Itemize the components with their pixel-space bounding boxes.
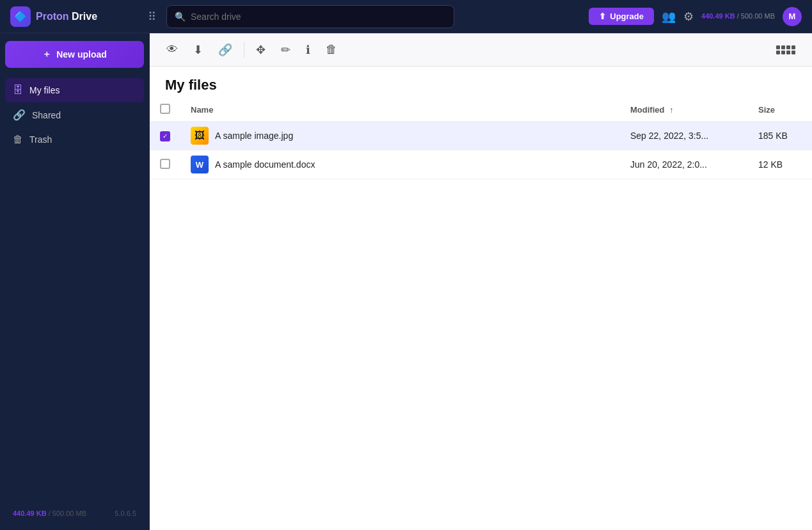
file-icon-doc: W	[191, 156, 209, 173]
grid-dots-icon	[776, 45, 795, 54]
toolbar-separator-1	[244, 42, 244, 58]
file-list-title: My files	[150, 67, 812, 99]
table-row[interactable]: W A sample document.docx Jun 20, 2022, 2…	[150, 150, 812, 179]
col-modified-label: Modified	[630, 105, 664, 115]
sidebar-item-label-shared: Shared	[32, 110, 61, 120]
toolbar: 👁 ⬇ 🔗 ✥ ✏ ℹ 🗑	[150, 33, 812, 67]
download-button[interactable]: ⬇	[187, 38, 209, 62]
col-header-name[interactable]: Name	[180, 99, 620, 122]
file-name-wrapper: 🖼 A sample image.jpg	[191, 127, 610, 145]
search-bar[interactable]: 🔍	[166, 5, 454, 28]
grid-view-button[interactable]	[770, 40, 802, 60]
sidebar-footer: 440.49 KB / 500.00 MB 5.0.6.5	[5, 504, 144, 522]
row-2-size-cell: 12 KB	[748, 150, 812, 179]
file-name-2: A sample document.docx	[215, 159, 315, 170]
rename-button[interactable]: ✏	[275, 38, 297, 62]
logo-proton: Proton	[36, 11, 69, 22]
upgrade-button[interactable]: ⬆ Upgrade	[589, 8, 654, 25]
contacts-icon[interactable]: 👥	[662, 10, 676, 24]
row-2-checkbox[interactable]	[160, 159, 170, 169]
search-input[interactable]	[191, 12, 446, 22]
row-1-size-cell: 185 KB	[748, 122, 812, 150]
content-area: 👁 ⬇ 🔗 ✥ ✏ ℹ 🗑 My	[150, 33, 812, 530]
row-2-check-cell	[150, 150, 180, 179]
file-list: My files Name Modified ↑	[150, 67, 812, 530]
sidebar-item-label-trash: Trash	[29, 134, 52, 145]
storage-total: 500.00 MB	[741, 12, 775, 20]
delete-button[interactable]: 🗑	[319, 38, 344, 61]
sidebar: ＋ New upload 🗄 My files 🔗 Shared 🗑 Trash…	[0, 33, 150, 530]
row-2-modified-cell: Jun 20, 2022, 2:0...	[620, 150, 748, 179]
sort-arrow-icon: ↑	[669, 105, 674, 115]
table-row[interactable]: ✓ 🖼 A sample image.jpg Sep 22, 2022, 3:5…	[150, 122, 812, 150]
footer-version: 5.0.6.5	[115, 510, 136, 517]
move-button[interactable]: ✥	[250, 38, 272, 62]
row-2-name-cell: W A sample document.docx	[180, 150, 620, 179]
toolbar-right	[770, 40, 802, 60]
info-button[interactable]: ℹ	[299, 38, 317, 62]
storage-info: 440.49 KB / 500.00 MB	[701, 12, 775, 21]
header-right: ⬆ Upgrade 👥 ⚙ 440.49 KB / 500.00 MB M	[589, 7, 802, 26]
page-title: My files	[165, 77, 217, 93]
upgrade-icon: ⬆	[599, 12, 606, 21]
shared-icon: 🔗	[13, 109, 26, 121]
app-header: 🔷 Proton Drive ⠿ 🔍 ⬆ Upgrade 👥 ⚙ 440.49 …	[0, 0, 812, 33]
new-upload-label: New upload	[56, 49, 107, 60]
file-modified-2: Jun 20, 2022, 2:0...	[630, 159, 707, 170]
logo-icon: 🔷	[10, 6, 31, 27]
link-button[interactable]: 🔗	[212, 38, 239, 62]
file-size-2: 12 KB	[758, 159, 783, 170]
file-size-1: 185 KB	[758, 131, 788, 141]
row-1-name-cell: 🖼 A sample image.jpg	[180, 122, 620, 150]
file-name-1: A sample image.jpg	[215, 131, 293, 141]
col-header-modified[interactable]: Modified ↑	[620, 99, 748, 122]
logo-area: 🔷 Proton Drive ⠿	[10, 6, 156, 27]
row-1-check-cell: ✓	[150, 122, 180, 150]
table-body: ✓ 🖼 A sample image.jpg Sep 22, 2022, 3:5…	[150, 122, 812, 179]
files-table: Name Modified ↑ Size	[150, 99, 812, 179]
col-header-size[interactable]: Size	[748, 99, 812, 122]
search-icon: 🔍	[175, 12, 186, 22]
footer-storage-used: 440.49 KB	[13, 510, 47, 517]
row-1-checkbox[interactable]: ✓	[160, 131, 170, 141]
col-name-label: Name	[191, 105, 213, 115]
main-layout: ＋ New upload 🗄 My files 🔗 Shared 🗑 Trash…	[0, 33, 812, 530]
settings-icon[interactable]: ⚙	[683, 10, 694, 24]
new-upload-button[interactable]: ＋ New upload	[5, 41, 144, 68]
apps-grid-icon[interactable]: ⠿	[148, 10, 156, 24]
select-all-checkbox[interactable]	[160, 104, 170, 114]
row-1-modified-cell: Sep 22, 2022, 3:5...	[620, 122, 748, 150]
file-icon-image: 🖼	[191, 127, 209, 145]
sidebar-item-label-my-files: My files	[29, 85, 60, 95]
logo-text: Proton Drive	[36, 11, 97, 22]
upload-plus-icon: ＋	[42, 49, 51, 60]
footer-storage-total: 500.00 MB	[52, 510, 86, 517]
table-header: Name Modified ↑ Size	[150, 99, 812, 122]
storage-used: 440.49 KB	[701, 12, 735, 20]
sidebar-item-trash[interactable]: 🗑 Trash	[5, 127, 144, 152]
file-modified-1: Sep 22, 2022, 3:5...	[630, 131, 708, 141]
avatar[interactable]: M	[783, 7, 802, 26]
my-files-icon: 🗄	[13, 84, 23, 96]
col-size-label: Size	[758, 105, 775, 115]
logo-drive: Drive	[72, 11, 97, 22]
view-button[interactable]: 👁	[160, 38, 184, 61]
trash-icon: 🗑	[13, 134, 23, 145]
col-header-check	[150, 99, 180, 122]
sidebar-item-shared[interactable]: 🔗 Shared	[5, 102, 144, 127]
file-name-wrapper: W A sample document.docx	[191, 156, 610, 173]
sidebar-item-my-files[interactable]: 🗄 My files	[5, 78, 144, 102]
upgrade-label: Upgrade	[610, 12, 644, 21]
